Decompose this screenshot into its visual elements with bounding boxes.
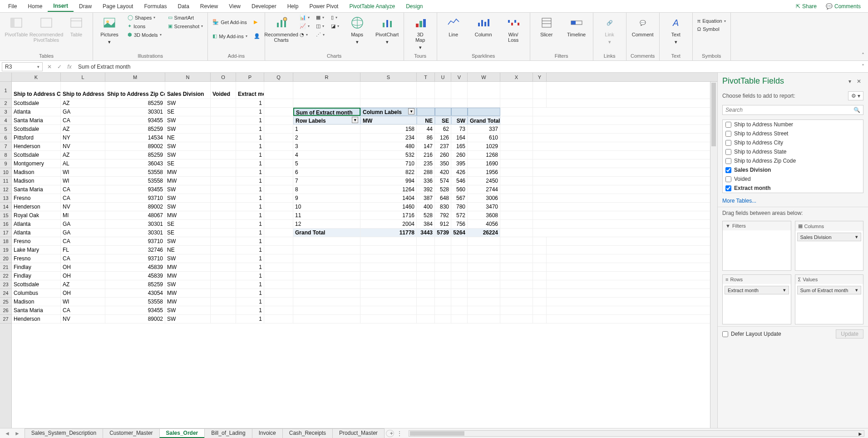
shapes-button[interactable]: ◯Shapes▾ <box>126 14 163 21</box>
column-header[interactable]: X <box>500 73 533 81</box>
pivot-chart-button[interactable]: PivotChart▾ <box>374 14 401 47</box>
column-header[interactable]: Y <box>533 73 547 81</box>
column-header[interactable]: L <box>61 73 105 81</box>
sparkline-line-button[interactable]: Line <box>440 14 467 39</box>
equation-button[interactable]: πEquation▾ <box>695 17 728 25</box>
field-checkbox[interactable] <box>725 122 731 128</box>
timeline-button[interactable]: Timeline <box>563 14 590 39</box>
more-tables-link[interactable]: More Tables... <box>718 195 868 207</box>
tab-file[interactable]: File <box>3 1 22 11</box>
sheet-tab[interactable]: Sales_System_Description <box>25 428 103 438</box>
field-item[interactable]: Ship to Address Number <box>723 120 863 129</box>
tab-review[interactable]: Review <box>195 1 223 11</box>
field-item[interactable]: Ship to Address State <box>723 147 863 156</box>
field-item[interactable]: Ship to Address Street <box>723 129 863 138</box>
tab-view[interactable]: View <box>223 1 246 11</box>
sparkline-winloss-button[interactable]: Win/ Loss <box>500 14 527 45</box>
formula-content[interactable]: Sum of Extract month <box>74 63 858 71</box>
symbol-button[interactable]: ΩSymbol <box>695 25 728 33</box>
column-header[interactable]: O <box>211 73 236 81</box>
text-button[interactable]: AText▾ <box>662 14 690 47</box>
tab-draw[interactable]: Draw <box>74 1 97 11</box>
field-checkbox[interactable] <box>725 140 731 146</box>
field-checkbox[interactable] <box>725 131 731 137</box>
field-item[interactable]: Voided <box>723 174 863 184</box>
field-item[interactable]: Sales Division <box>723 165 863 174</box>
comments-button[interactable]: 💬Comments <box>821 1 865 11</box>
row-field-item[interactable]: Extract month▾ <box>725 286 789 294</box>
sheet-tab[interactable]: Product_Master <box>332 428 385 438</box>
get-addins-button[interactable]: 🏪Get Add-ins <box>211 18 249 26</box>
slicer-button[interactable]: Slicer <box>533 14 560 39</box>
screenshot-button[interactable]: ▣Screenshot▾ <box>166 22 205 30</box>
smartart-button[interactable]: ▭SmartArt <box>166 14 205 21</box>
column-header[interactable]: Q <box>264 73 293 81</box>
column-header[interactable]: N <box>165 73 211 81</box>
field-item[interactable]: Extract month <box>723 184 863 193</box>
column-header[interactable]: M <box>105 73 165 81</box>
field-item[interactable]: Ship to Address City <box>723 138 863 147</box>
fx-button[interactable]: fx <box>64 64 74 70</box>
field-list[interactable]: Ship to Address NumberShip to Address St… <box>722 119 863 193</box>
tab-developer[interactable]: Developer <box>246 1 282 11</box>
3d-models-button[interactable]: ⬢3D Models▾ <box>126 31 163 39</box>
field-checkbox[interactable] <box>725 185 731 191</box>
sheet-nav-prev[interactable]: ◄ <box>3 430 12 437</box>
pane-layout-button[interactable]: ⚙ ▾ <box>848 91 863 100</box>
vertical-scrollbar[interactable] <box>710 82 717 428</box>
pane-close-button[interactable]: ✕ <box>854 78 863 85</box>
tab-formulas[interactable]: Formulas <box>138 1 172 11</box>
select-all-corner[interactable] <box>0 73 12 81</box>
share-button[interactable]: ⇱Share <box>791 1 821 11</box>
3d-map-button[interactable]: 3D Map▾ <box>407 14 434 52</box>
expand-formula-bar[interactable]: ˅ <box>858 63 868 71</box>
sheet-tab[interactable]: Customer_Master <box>103 428 159 438</box>
area-values[interactable]: ΣValues Sum of Extract month▾ <box>795 274 864 324</box>
chart-pie-button[interactable]: ◔▾ <box>298 31 311 39</box>
chart-scatter-button[interactable]: ⋰▾ <box>314 31 326 39</box>
tab-data[interactable]: Data <box>172 1 194 11</box>
field-item[interactable]: Ship to Address Zip Code <box>723 156 863 165</box>
sheet-tab[interactable]: Invoice <box>252 428 283 438</box>
cancel-formula-button[interactable]: ✕ <box>44 64 54 70</box>
area-rows[interactable]: ≡Rows Extract month▾ <box>722 274 791 324</box>
field-checkbox[interactable] <box>725 158 731 164</box>
add-sheet-button[interactable]: + <box>386 430 394 437</box>
pivot-table-button[interactable]: PivotTable <box>3 14 30 39</box>
defer-checkbox[interactable] <box>722 331 728 337</box>
sheet-nav-next[interactable]: ► <box>13 430 22 437</box>
tab-help[interactable]: Help <box>282 1 304 11</box>
chart-combo-button[interactable]: ◪▾ <box>329 22 341 30</box>
field-checkbox[interactable] <box>725 176 731 182</box>
people-button[interactable]: 👤 <box>252 32 262 40</box>
pane-options-button[interactable]: ▾ <box>845 78 854 85</box>
area-columns[interactable]: ▦Columns Sales Division▾ <box>795 221 864 271</box>
bing-button[interactable]: ▶ <box>252 18 262 26</box>
worksheet-grid[interactable]: KLMNOPQRSTUVWXY 123456789101112131415161… <box>0 73 717 428</box>
table-button[interactable]: Table <box>63 14 90 39</box>
column-header[interactable]: V <box>451 73 468 81</box>
pictures-button[interactable]: Pictures▾ <box>96 14 123 47</box>
column-header[interactable]: W <box>468 73 500 81</box>
sheet-tab[interactable]: Sales_Order <box>159 428 205 438</box>
field-search-box[interactable]: 🔍 <box>722 105 863 115</box>
column-header[interactable]: S <box>360 73 417 81</box>
field-checkbox[interactable] <box>725 167 731 173</box>
field-checkbox[interactable] <box>725 149 731 155</box>
tab-pivot-analyze[interactable]: PivotTable Analyze <box>344 1 400 11</box>
recommended-pivot-button[interactable]: Recommended PivotTables <box>33 14 60 45</box>
chart-waterfall-button[interactable]: ▯▾ <box>329 14 341 21</box>
ribbon-collapse-button[interactable]: ˄ <box>858 50 868 60</box>
column-header[interactable]: R <box>293 73 360 81</box>
link-button[interactable]: 🔗Link▾ <box>596 14 623 47</box>
area-filters[interactable]: ▼Filters <box>722 221 791 271</box>
tab-home[interactable]: Home <box>22 1 48 11</box>
comment-button[interactable]: 💬Comment <box>629 14 656 39</box>
name-box[interactable]: R3▾ <box>2 62 43 71</box>
tab-page-layout[interactable]: Page Layout <box>97 1 138 11</box>
recommended-charts-button[interactable]: Recommended Charts <box>268 14 295 45</box>
tab-power-pivot[interactable]: Power Pivot <box>304 1 344 11</box>
sparkline-column-button[interactable]: Column <box>470 14 497 39</box>
sheet-tab[interactable]: Bill_of_Lading <box>204 428 252 438</box>
maps-button[interactable]: Maps▾ <box>344 14 371 47</box>
